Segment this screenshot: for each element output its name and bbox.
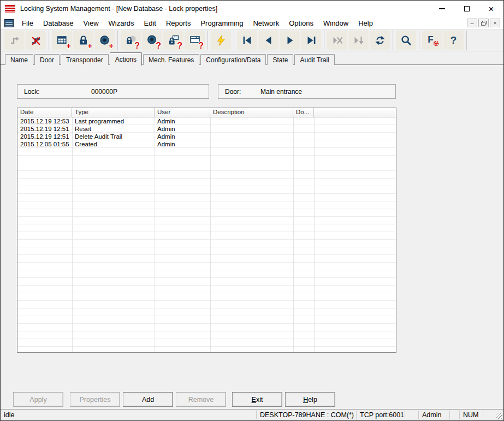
tab-audit-trail[interactable]: Audit Trail xyxy=(294,54,334,65)
menu-window[interactable]: Window xyxy=(318,18,353,28)
mdi-close-button[interactable]: × xyxy=(490,19,500,27)
plus-overlay-icon: + xyxy=(66,41,71,50)
status-empty xyxy=(450,410,459,420)
plus-overlay-icon: + xyxy=(87,41,92,50)
toolbar-separator xyxy=(117,31,118,50)
toolbar-separator xyxy=(393,31,393,50)
cell-user: Admin xyxy=(155,118,210,124)
filter-settings-button[interactable]: F xyxy=(422,31,442,50)
menu-edit[interactable]: Edit xyxy=(139,18,161,28)
cell-date: 2015.12.19 12:51 xyxy=(17,126,72,132)
column-header-user[interactable]: User xyxy=(155,108,210,117)
tab-mech-features[interactable]: Mech. Features xyxy=(143,54,199,65)
mdi-minimize-button[interactable]: – xyxy=(467,19,477,27)
system-menu-icon[interactable] xyxy=(4,19,14,27)
program-button[interactable] xyxy=(211,31,231,50)
column-header-type[interactable]: Type xyxy=(72,108,155,117)
gear-icon xyxy=(432,40,440,47)
cell-date: 2015.12.05 01:55 xyxy=(17,141,72,147)
help-button[interactable]: ? xyxy=(443,31,464,50)
flow-arrow-button[interactable] xyxy=(4,31,25,50)
nav-next-button[interactable] xyxy=(280,31,300,50)
menubar: File Database View Wizards Edit Reports … xyxy=(1,17,503,29)
close-icon: × xyxy=(489,4,494,14)
menu-options[interactable]: Options xyxy=(284,18,318,28)
search-button[interactable] xyxy=(396,31,416,50)
menu-network[interactable]: Network xyxy=(248,18,284,28)
nav-abort-button[interactable] xyxy=(327,31,347,50)
read-lock-button[interactable]: ? xyxy=(121,31,141,50)
cell-type: Last programmed xyxy=(72,118,155,124)
properties-button[interactable]: Properties xyxy=(70,392,120,407)
column-header-date[interactable]: Date xyxy=(17,108,72,117)
mdi-close-icon: × xyxy=(493,20,496,26)
cell-type: Created xyxy=(72,141,155,147)
read-transponder-button[interactable]: ? xyxy=(142,31,162,50)
column-header-description[interactable]: Description xyxy=(210,108,293,117)
minimize-button[interactable] xyxy=(430,1,454,17)
nav-prev-button[interactable] xyxy=(258,31,278,50)
table-row[interactable]: 2015.12.19 12:53 Last programmed Admin xyxy=(17,117,396,125)
toolbar-separator xyxy=(419,31,419,50)
door-value: Main entrance xyxy=(260,88,302,96)
tab-configuration-data[interactable]: Configuration/Data xyxy=(200,54,266,65)
app-window: Locking System Management - [New Databas… xyxy=(0,0,504,421)
nav-last-icon xyxy=(305,34,317,46)
menu-view[interactable]: View xyxy=(79,18,104,28)
cell-user: Admin xyxy=(155,126,210,132)
read-network-lock-button[interactable]: ? xyxy=(163,31,183,50)
flow-arrow-icon xyxy=(9,34,21,46)
abort-flow-button[interactable] xyxy=(26,31,46,50)
door-label: Door: xyxy=(225,88,241,96)
close-button[interactable]: × xyxy=(479,1,503,17)
search-icon xyxy=(400,34,412,46)
new-lock-button[interactable]: + xyxy=(73,31,93,50)
column-header-door[interactable]: Do... xyxy=(293,108,314,117)
maximize-button[interactable] xyxy=(454,1,479,17)
new-matrix-button[interactable]: + xyxy=(52,31,72,50)
remove-button[interactable]: Remove xyxy=(176,392,226,407)
table-body: 2015.12.19 12:53 Last programmed Admin 2… xyxy=(17,117,396,352)
nav-first-button[interactable] xyxy=(237,31,257,50)
lock-value: 000000P xyxy=(91,88,117,96)
mdi-restore-button[interactable] xyxy=(478,19,489,27)
nav-prev-icon xyxy=(263,34,275,46)
status-state: idle xyxy=(1,410,256,420)
tab-transponder[interactable]: Transponder xyxy=(61,54,109,65)
toolbar-separator xyxy=(466,31,467,50)
add-button[interactable]: Add xyxy=(123,392,173,407)
menu-database[interactable]: Database xyxy=(38,18,79,28)
lightning-icon xyxy=(215,34,227,46)
exit-button[interactable]: Exit xyxy=(232,392,282,407)
nav-jump-button[interactable] xyxy=(348,31,369,50)
help-dialog-button[interactable]: Help xyxy=(285,392,335,407)
question-overlay-icon: ? xyxy=(177,41,182,50)
new-transponder-button[interactable]: + xyxy=(94,31,115,50)
read-dialog-button[interactable]: ? xyxy=(185,31,205,50)
refresh-button[interactable] xyxy=(370,31,390,50)
toolbar-separator xyxy=(207,31,208,50)
table-row[interactable]: 2015.12.19 12:51 Delete Audit Trail Admi… xyxy=(17,133,396,140)
tab-actions[interactable]: Actions xyxy=(110,52,142,66)
menu-programming[interactable]: Programming xyxy=(195,18,248,28)
menu-reports[interactable]: Reports xyxy=(161,18,196,28)
toolbar-separator xyxy=(49,31,49,50)
status-empty xyxy=(483,410,495,420)
apply-button[interactable]: Apply xyxy=(13,392,63,407)
menu-wizards[interactable]: Wizards xyxy=(104,18,139,28)
menu-help[interactable]: Help xyxy=(353,18,378,28)
tab-state[interactable]: State xyxy=(267,54,293,65)
table-row[interactable]: 2015.12.19 12:51 Reset Admin xyxy=(17,125,396,133)
grid-line xyxy=(314,117,315,352)
toolbar-separator xyxy=(234,31,234,50)
question-overlay-icon: ? xyxy=(134,41,140,50)
cell-date: 2015.12.19 12:51 xyxy=(17,133,72,140)
tab-name[interactable]: Name xyxy=(5,54,33,65)
nav-abort-icon xyxy=(331,34,343,46)
nav-last-button[interactable] xyxy=(301,31,321,50)
resize-grip[interactable] xyxy=(495,410,503,420)
tab-door[interactable]: Door xyxy=(34,54,60,65)
menu-file[interactable]: File xyxy=(17,18,38,28)
help-label: Help xyxy=(303,396,317,404)
table-row[interactable]: 2015.12.05 01:55 Created Admin xyxy=(17,140,396,148)
